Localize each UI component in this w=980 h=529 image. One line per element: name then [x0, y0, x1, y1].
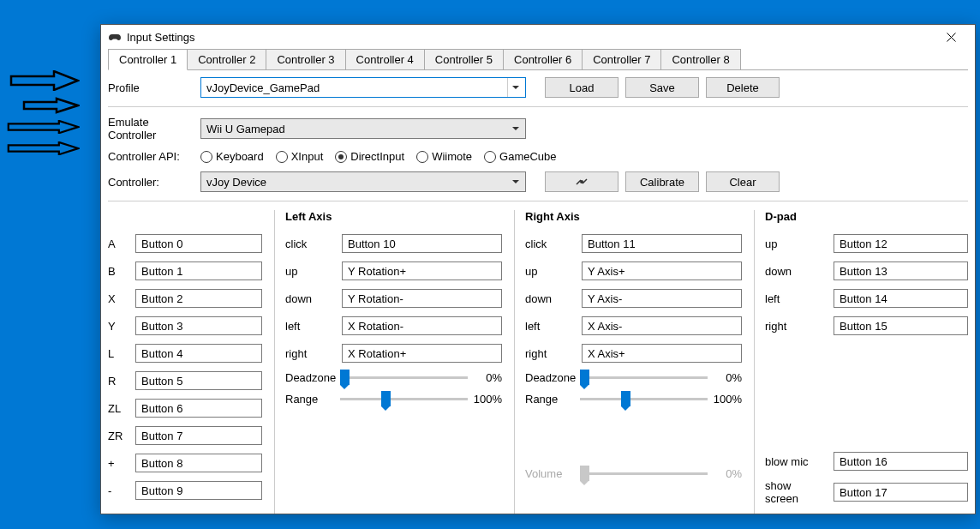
- left-range-slider[interactable]: [340, 398, 468, 400]
- buttons-header: [108, 210, 262, 225]
- map-label-l: L: [108, 347, 128, 360]
- right-right-input[interactable]: X Axis+: [582, 344, 742, 363]
- map-input-zr[interactable]: Button 7: [135, 426, 262, 445]
- map-label-zl: ZL: [108, 402, 128, 415]
- api-radio-group: Keyboard XInput DirectInput Wiimote Game…: [200, 150, 557, 163]
- map-label-plus: +: [108, 457, 128, 470]
- left-axis-header: Left Axis: [285, 210, 502, 225]
- app-icon: [108, 30, 122, 44]
- clear-button[interactable]: Clear: [706, 171, 780, 192]
- right-deadzone-slider[interactable]: [580, 376, 708, 379]
- titlebar: Input Settings: [101, 25, 975, 49]
- radio-keyboard[interactable]: Keyboard: [200, 150, 264, 163]
- input-settings-window: Input Settings Controller 1 Controller 2…: [100, 24, 976, 514]
- map-input-l[interactable]: Button 4: [135, 344, 262, 363]
- connect-button[interactable]: [545, 171, 618, 192]
- map-input-plus[interactable]: Button 8: [135, 454, 262, 472]
- controller-tabs: Controller 1 Controller 2 Controller 3 C…: [108, 49, 968, 70]
- left-left-input[interactable]: X Rotation-: [342, 316, 502, 335]
- annotation-arrows: [7, 70, 80, 168]
- map-input-b[interactable]: Button 1: [135, 261, 262, 280]
- map-label-a: A: [108, 237, 128, 250]
- tab-controller-1[interactable]: Controller 1: [108, 49, 188, 70]
- calibrate-button[interactable]: Calibrate: [625, 171, 699, 192]
- radio-directinput[interactable]: DirectInput: [335, 150, 404, 163]
- volume-slider: [580, 472, 708, 475]
- emulate-combo[interactable]: Wii U Gamepad: [200, 118, 526, 139]
- api-label: Controller API:: [108, 150, 194, 163]
- map-input-zl[interactable]: Button 6: [135, 399, 262, 418]
- map-label-y: Y: [108, 320, 128, 333]
- tab-controller-7[interactable]: Controller 7: [582, 49, 661, 69]
- close-button[interactable]: [934, 25, 968, 49]
- dpad-left-input[interactable]: Button 14: [834, 289, 968, 308]
- dpad-right-input[interactable]: Button 15: [834, 316, 968, 335]
- map-input-minus[interactable]: Button 9: [135, 481, 262, 500]
- controller-label: Controller:: [108, 176, 194, 189]
- radio-xinput[interactable]: XInput: [276, 150, 324, 163]
- left-up-input[interactable]: Y Rotation+: [342, 261, 502, 280]
- map-label-r: R: [108, 375, 128, 388]
- left-deadzone-slider[interactable]: [340, 376, 468, 379]
- profile-label: Profile: [108, 81, 194, 94]
- map-input-x[interactable]: Button 2: [135, 289, 262, 308]
- load-button[interactable]: Load: [545, 77, 618, 98]
- map-label-zr: ZR: [108, 430, 128, 442]
- blow-mic-input[interactable]: Button 16: [834, 452, 968, 471]
- right-down-input[interactable]: Y Axis-: [582, 289, 742, 308]
- tab-controller-5[interactable]: Controller 5: [424, 49, 504, 69]
- tab-controller-2[interactable]: Controller 2: [187, 49, 266, 69]
- dpad-header: D-pad: [765, 210, 968, 225]
- svg-point-0: [580, 180, 583, 183]
- controller-combo[interactable]: vJoy Device: [200, 171, 526, 192]
- dpad-up-input[interactable]: Button 12: [834, 234, 968, 253]
- dpad-down-input[interactable]: Button 13: [834, 261, 968, 280]
- right-left-input[interactable]: X Axis-: [582, 316, 742, 335]
- map-input-r[interactable]: Button 5: [135, 371, 262, 390]
- radio-gamecube[interactable]: GameCube: [484, 150, 556, 163]
- window-title: Input Settings: [127, 31, 195, 44]
- emulate-label: Emulate Controller: [108, 116, 194, 141]
- left-click-input[interactable]: Button 10: [342, 234, 502, 253]
- right-axis-header: Right Axis: [525, 210, 742, 225]
- map-input-a[interactable]: Button 0: [135, 234, 262, 253]
- radio-wiimote[interactable]: Wiimote: [416, 150, 472, 163]
- map-label-x: X: [108, 292, 128, 305]
- tab-controller-3[interactable]: Controller 3: [266, 49, 345, 69]
- right-click-input[interactable]: Button 11: [582, 234, 742, 253]
- left-right-input[interactable]: X Rotation+: [342, 344, 502, 363]
- save-button[interactable]: Save: [625, 77, 699, 98]
- show-screen-input[interactable]: Button 17: [834, 483, 968, 502]
- map-label-minus: -: [108, 484, 128, 497]
- delete-button[interactable]: Delete: [706, 77, 780, 98]
- right-up-input[interactable]: Y Axis+: [582, 261, 742, 280]
- left-down-input[interactable]: Y Rotation-: [342, 289, 502, 308]
- map-input-y[interactable]: Button 3: [135, 316, 262, 335]
- map-label-b: B: [108, 265, 128, 278]
- tab-controller-4[interactable]: Controller 4: [345, 49, 425, 69]
- profile-combo[interactable]: vJoyDevice_GamePad: [200, 77, 526, 98]
- tab-controller-6[interactable]: Controller 6: [503, 49, 583, 69]
- right-range-slider[interactable]: [580, 398, 708, 400]
- tab-controller-8[interactable]: Controller 8: [660, 49, 740, 69]
